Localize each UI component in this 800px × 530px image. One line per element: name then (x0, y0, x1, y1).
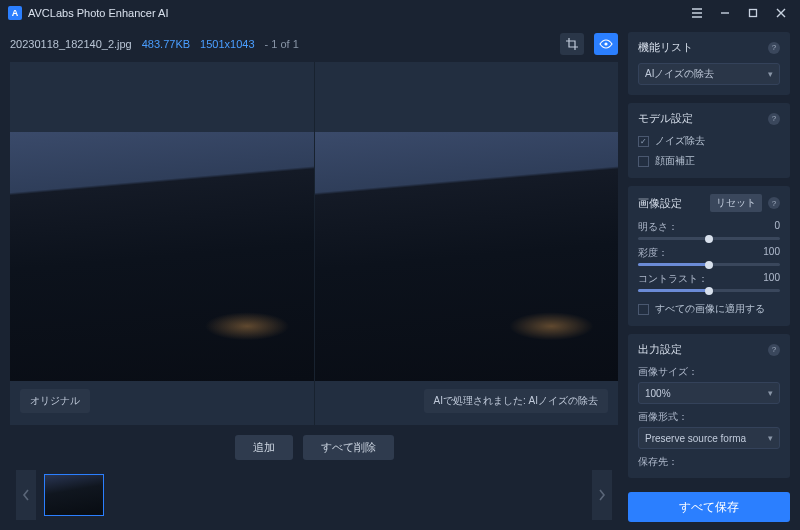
menu-button[interactable] (686, 2, 708, 24)
output-size-value: 100% (645, 388, 671, 399)
output-size-select[interactable]: 100% ▾ (638, 382, 780, 404)
contrast-value: 100 (763, 272, 780, 286)
help-icon[interactable]: ? (768, 42, 780, 54)
original-label: オリジナル (20, 389, 90, 413)
output-format-value: Preserve source forma (645, 433, 746, 444)
chevron-down-icon: ▾ (768, 388, 773, 398)
brightness-label: 明るさ： (638, 220, 678, 234)
thumb-next-button[interactable] (592, 470, 612, 520)
preview-pane-original: オリジナル (10, 62, 314, 425)
model-settings-title: モデル設定 (638, 111, 693, 126)
feature-select[interactable]: AIノイズの除去 ▾ (638, 63, 780, 85)
file-dimensions: 1501x1043 (200, 38, 254, 50)
preview-pane-processed: AIで処理されました: AIノイズの除去 (314, 62, 619, 425)
apply-all-label: すべての画像に適用する (655, 302, 765, 316)
saturation-value: 100 (763, 246, 780, 260)
file-size: 483.77KB (142, 38, 190, 50)
face-label: 顔面補正 (655, 154, 695, 168)
hamburger-icon (691, 8, 703, 18)
save-all-button[interactable]: すべて保存 (628, 492, 790, 522)
contrast-label: コントラスト： (638, 272, 708, 286)
saturation-slider[interactable] (638, 263, 780, 266)
image-settings-title: 画像設定 (638, 196, 682, 211)
chevron-left-icon (22, 489, 30, 501)
chevron-down-icon: ▾ (768, 433, 773, 443)
brightness-slider[interactable] (638, 237, 780, 240)
denoise-checkbox[interactable]: ✓ (638, 136, 649, 147)
crop-icon (566, 38, 578, 50)
slider-handle[interactable] (705, 287, 713, 295)
apply-all-checkbox[interactable] (638, 304, 649, 315)
file-index: - 1 of 1 (265, 38, 299, 50)
processed-image[interactable] (315, 132, 619, 381)
close-icon (776, 8, 786, 18)
minimize-icon (720, 8, 730, 18)
slider-handle[interactable] (705, 235, 713, 243)
slider-handle[interactable] (705, 261, 713, 269)
output-format-label: 画像形式： (638, 410, 780, 424)
original-image[interactable] (10, 132, 314, 381)
minimize-button[interactable] (714, 2, 736, 24)
reset-button[interactable]: リセット (710, 194, 762, 212)
face-checkbox[interactable] (638, 156, 649, 167)
feature-list-title: 機能リスト (638, 40, 693, 55)
app-title: AVCLabs Photo Enhancer AI (28, 7, 168, 19)
chevron-right-icon (598, 489, 606, 501)
thumb-prev-button[interactable] (16, 470, 36, 520)
preview-toggle-button[interactable] (594, 33, 618, 55)
add-button[interactable]: 追加 (235, 435, 293, 460)
denoise-label: ノイズ除去 (655, 134, 705, 148)
maximize-button[interactable] (742, 2, 764, 24)
close-button[interactable] (770, 2, 792, 24)
crop-button[interactable] (560, 33, 584, 55)
help-icon[interactable]: ? (768, 197, 780, 209)
feature-select-value: AIノイズの除去 (645, 67, 714, 81)
output-dest-label: 保存先： (638, 455, 780, 469)
contrast-slider[interactable] (638, 289, 780, 292)
processed-label: AIで処理されました: AIノイズの除去 (424, 389, 608, 413)
output-settings-panel: 出力設定 ? 画像サイズ： 100% ▾ 画像形式： Preserve sour… (628, 334, 790, 478)
model-settings-panel: モデル設定 ? ✓ ノイズ除去 顔面補正 (628, 103, 790, 178)
image-settings-panel: 画像設定 リセット ? 明るさ： 0 彩度： 100 (628, 186, 790, 326)
eye-icon (599, 39, 613, 49)
maximize-icon (748, 8, 758, 18)
saturation-label: 彩度： (638, 246, 668, 260)
remove-all-button[interactable]: すべて削除 (303, 435, 394, 460)
brightness-value: 0 (774, 220, 780, 234)
chevron-down-icon: ▾ (768, 69, 773, 79)
feature-list-panel: 機能リスト ? AIノイズの除去 ▾ (628, 32, 790, 95)
svg-rect-0 (750, 10, 757, 17)
file-name: 20230118_182140_2.jpg (10, 38, 132, 50)
help-icon[interactable]: ? (768, 113, 780, 125)
app-icon: A (8, 6, 22, 20)
svg-point-1 (604, 42, 607, 45)
help-icon[interactable]: ? (768, 344, 780, 356)
thumbnail[interactable] (44, 474, 104, 516)
output-size-label: 画像サイズ： (638, 365, 780, 379)
preview-area: オリジナル AIで処理されました: AIノイズの除去 (10, 62, 618, 425)
output-format-select[interactable]: Preserve source forma ▾ (638, 427, 780, 449)
thumbnail-strip (36, 474, 592, 516)
output-settings-title: 出力設定 (638, 342, 682, 357)
